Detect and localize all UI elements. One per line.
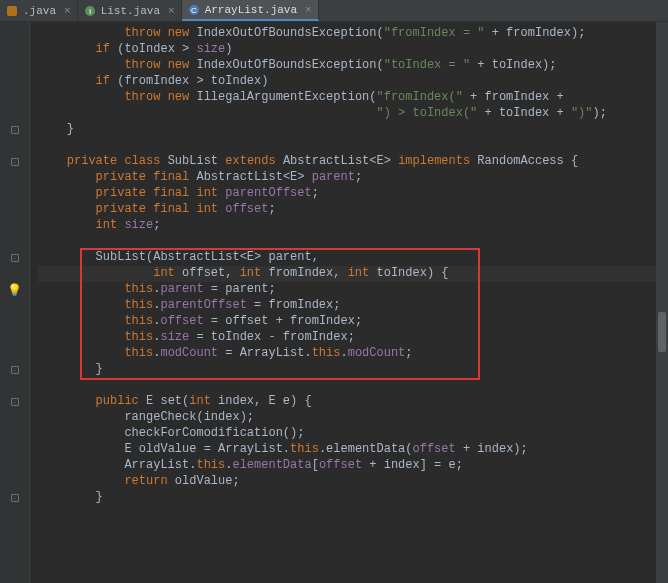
close-icon[interactable]: × (168, 5, 175, 17)
gutter-line (0, 202, 29, 218)
gutter-line: - (0, 122, 29, 138)
code-line[interactable]: this.parentOffset = fromIndex; (38, 298, 668, 314)
gutter-line: - (0, 490, 29, 506)
gutter-line (0, 106, 29, 122)
class-icon: C (188, 4, 200, 16)
intention-bulb-icon[interactable]: 💡 (7, 283, 22, 298)
interface-icon: I (84, 5, 96, 17)
gutter-line (0, 138, 29, 154)
code-line[interactable]: throw new IndexOutOfBoundsException("toI… (38, 58, 668, 74)
code-line[interactable]: } (38, 122, 668, 138)
code-line[interactable]: this.modCount = ArrayList.this.modCount; (38, 346, 668, 362)
gutter-line (0, 346, 29, 362)
fold-icon[interactable]: - (11, 366, 19, 374)
gutter-line (0, 378, 29, 394)
fold-icon[interactable]: - (11, 398, 19, 406)
code-line[interactable]: SubList(AbstractList<E> parent, (38, 250, 668, 266)
gutter-line: 💡 (0, 282, 29, 298)
tab-label: .java (23, 5, 56, 17)
fold-icon[interactable]: - (11, 126, 19, 134)
tab-label: ArrayList.java (205, 4, 297, 16)
code-line[interactable] (38, 234, 668, 250)
code-line[interactable]: ") > toIndex(" + toIndex + ")"); (38, 106, 668, 122)
gutter-line (0, 42, 29, 58)
gutter-line (0, 426, 29, 442)
tab-list-java[interactable]: IList.java× (78, 0, 182, 21)
gutter-line (0, 298, 29, 314)
code-area[interactable]: throw new IndexOutOfBoundsException("fro… (30, 22, 668, 583)
tab-arraylist-java[interactable]: CArrayList.java× (182, 0, 319, 21)
code-line[interactable]: if (fromIndex > toIndex) (38, 74, 668, 90)
code-line[interactable]: E oldValue = ArrayList.this.elementData(… (38, 442, 668, 458)
code-line[interactable]: this.offset = offset + fromIndex; (38, 314, 668, 330)
fold-icon[interactable]: - (11, 158, 19, 166)
code-line[interactable]: public E set(int index, E e) { (38, 394, 668, 410)
code-line[interactable] (38, 138, 668, 154)
scroll-thumb[interactable] (658, 312, 666, 352)
code-line[interactable]: checkForComodification(); (38, 426, 668, 442)
gutter-line (0, 330, 29, 346)
fold-icon[interactable]: - (11, 254, 19, 262)
code-line[interactable]: rangeCheck(index); (38, 410, 668, 426)
gutter-line (0, 458, 29, 474)
gutter-line: - (0, 362, 29, 378)
code-line[interactable]: private class SubList extends AbstractLi… (38, 154, 668, 170)
svg-rect-0 (7, 6, 17, 16)
scrollbar[interactable] (656, 22, 668, 583)
code-line[interactable]: this.parent = parent; (38, 282, 668, 298)
code-line[interactable] (38, 378, 668, 394)
editor: ---💡--- throw new IndexOutOfBoundsExcept… (0, 22, 668, 583)
code-line[interactable]: int size; (38, 218, 668, 234)
code-line[interactable]: int offset, int fromIndex, int toIndex) … (38, 266, 668, 282)
editor-tabs: .java×IList.java×CArrayList.java× (0, 0, 668, 22)
gutter-line (0, 474, 29, 490)
gutter-line: - (0, 154, 29, 170)
tab--java[interactable]: .java× (0, 0, 78, 21)
gutter-line (0, 186, 29, 202)
svg-text:C: C (191, 6, 197, 15)
gutter-line (0, 74, 29, 90)
tab-label: List.java (101, 5, 160, 17)
fold-icon[interactable]: - (11, 494, 19, 502)
code-line[interactable]: return oldValue; (38, 474, 668, 490)
gutter-line: - (0, 250, 29, 266)
svg-text:I: I (89, 7, 91, 16)
code-line[interactable]: throw new IndexOutOfBoundsException("fro… (38, 26, 668, 42)
code-line[interactable]: private final AbstractList<E> parent; (38, 170, 668, 186)
gutter-line (0, 266, 29, 282)
gutter: ---💡--- (0, 22, 30, 583)
gutter-line (0, 218, 29, 234)
gutter-line: - (0, 394, 29, 410)
gutter-line (0, 170, 29, 186)
code-line[interactable]: if (toIndex > size) (38, 42, 668, 58)
code-line[interactable]: private final int offset; (38, 202, 668, 218)
gutter-line (0, 234, 29, 250)
gutter-line (0, 26, 29, 42)
gutter-line (0, 410, 29, 426)
gutter-line (0, 442, 29, 458)
code-line[interactable]: private final int parentOffset; (38, 186, 668, 202)
close-icon[interactable]: × (305, 4, 312, 16)
code-line[interactable]: this.size = toIndex - fromIndex; (38, 330, 668, 346)
gutter-line (0, 58, 29, 74)
close-icon[interactable]: × (64, 5, 71, 17)
gutter-line (0, 314, 29, 330)
code-line[interactable]: } (38, 362, 668, 378)
code-line[interactable]: } (38, 490, 668, 506)
java-icon (6, 5, 18, 17)
code-line[interactable]: ArrayList.this.elementData[offset + inde… (38, 458, 668, 474)
code-line[interactable]: throw new IllegalArgumentException("from… (38, 90, 668, 106)
gutter-line (0, 90, 29, 106)
